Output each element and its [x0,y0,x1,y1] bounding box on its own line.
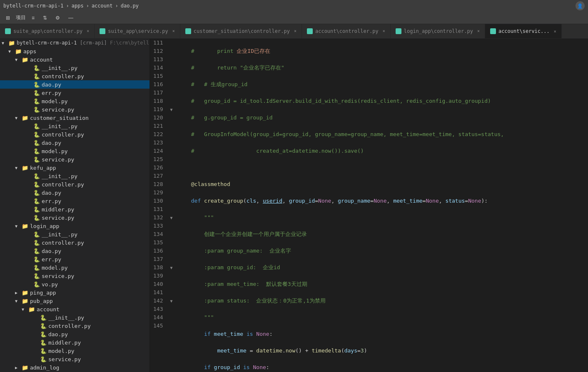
ln-113: 113 [153,55,163,64]
tree-pub-account[interactable]: ▼ 📁 account [0,305,149,313]
toolbar-btn-list[interactable]: ≡ [29,14,37,22]
tree-kefu-service[interactable]: 🐍 service.py [0,213,149,222]
tree-account-init[interactable]: 🐍 __init__.py [0,64,149,72]
ln-121: 121 [153,122,163,130]
tree-pub[interactable]: ▼ 📁 pub_app [0,297,149,305]
tree-kefu-dao[interactable]: 🐍 dao.py [0,188,149,197]
tree-account-controller[interactable]: 🐍 controller.py [0,72,149,80]
tree-login[interactable]: ▼ 📁 login_app [0,222,149,230]
tree-kefu-controller[interactable]: 🐍 controller.py [0,180,149,188]
tree-kefu-init[interactable]: 🐍 __init__.py [0,172,149,180]
apps-label: apps [23,48,36,55]
tab-close-account-service[interactable]: × [554,29,556,34]
code-line-128: meet_time = datetime.now() + timedelta(d… [178,347,585,355]
tab-close-account-controller[interactable]: × [383,29,385,33]
init-icon: 🐍 [33,64,40,71]
code-editor[interactable]: # print 企业ID已存在 # return "企业名字已存在" # # 生… [174,39,588,372]
toolbar-btn-settings[interactable]: ⚙ [53,14,62,22]
tree-login-controller[interactable]: 🐍 controller.py [0,238,149,247]
tree-pub-account-controller[interactable]: 🐍 controller.py [0,322,149,330]
tab-customer-controller[interactable]: customer_situation\controller.py × [180,24,302,38]
km-label: middler.py [42,206,74,213]
tree-customer-model[interactable]: 🐍 model.py [0,147,149,155]
tree-account-dao[interactable]: 🐍 dao.py [0,80,149,89]
ping-label: ping_app [30,290,56,296]
tree-login-err[interactable]: 🐍 err.py [0,255,149,263]
fold-137 [168,255,174,263]
tab-account-controller[interactable]: account\controller.py × [302,24,391,38]
code-line-123: :param group_id: 企业id [178,263,585,272]
tree-customer[interactable]: ▼ 📁 customer_situation [0,114,149,122]
tree-account-model[interactable]: 🐍 model.py [0,97,149,105]
tab-close-customer-controller[interactable]: × [294,29,296,33]
tree-kefu[interactable]: ▼ 📁 kefu_app [0,164,149,172]
lm-label: model.py [42,265,68,271]
pub-account-folder-icon: 📁 [28,306,35,312]
tree-admin-log[interactable]: ▶ 📁 admin_log [0,363,149,372]
tree-pub-account-dao[interactable]: 🐍 dao.py [0,330,149,338]
tab-close-suite-controller[interactable]: × [87,29,89,33]
tree-pub-account-model[interactable]: 🐍 model.py [0,347,149,355]
code-line-129: if group_id is None: [178,363,585,372]
tree-login-service[interactable]: 🐍 service.py [0,272,149,280]
editor-content[interactable]: 111 112 113 114 115 116 117 118 119 120 … [150,39,588,372]
tab-login-controller[interactable]: login_app\controller.py × [391,24,485,38]
fold-138[interactable]: ▼ [168,263,174,272]
ln-119: 119 [153,105,163,114]
tab-label-suite-controller: suite_app\controller.py [13,28,82,34]
tab-suite-service[interactable]: suite_app\service.py × [95,24,180,38]
tree-customer-init[interactable]: 🐍 __init__.py [0,122,149,130]
ln-117: 117 [153,89,163,97]
lc-icon: 🐍 [33,239,40,246]
editor: 111 112 113 114 115 116 117 118 119 120 … [150,39,588,372]
title-sep3: › [115,3,118,9]
fold-132[interactable]: ▼ [168,213,174,222]
line-numbers: 111 112 113 114 115 116 117 118 119 120 … [150,39,168,372]
fold-115 [168,72,174,80]
apps-folder-icon: 📁 [15,48,22,55]
code-line-111: # print 企业ID已存在 [178,47,585,55]
fold-134 [168,230,174,238]
tree-pub-account-service[interactable]: 🐍 service.py [0,355,149,363]
tree-login-init[interactable]: 🐍 __init__.py [0,230,149,238]
fold-118 [168,97,174,105]
tab-close-login-controller[interactable]: × [477,29,480,33]
code-line-113: # # 生成group_id [178,80,585,89]
ln-135: 135 [153,238,163,247]
toolbar-btn-sort[interactable]: ⇅ [40,14,50,22]
tree-login-model[interactable]: 🐍 model.py [0,263,149,272]
tree-account-err[interactable]: 🐍 err.py [0,89,149,97]
kd-icon: 🐍 [33,189,40,196]
tab-close-suite-service[interactable]: × [172,29,175,33]
user-avatar[interactable]: 👤 [576,1,585,10]
tree-login-dao[interactable]: 🐍 dao.py [0,247,149,255]
tree-pub-account-middler[interactable]: 🐍 middler.py [0,338,149,347]
ln-137: 137 [153,255,163,263]
toolbar-btn-collapse[interactable]: — [66,14,76,22]
toolbar: ⊞ 项目 ≡ ⇅ ⚙ — [0,12,588,24]
sidebar: ▼ 📁 bytell-crm-crm-api-1 [crm-api] F:\cr… [0,39,150,372]
tree-pub-account-init[interactable]: 🐍 __init__.py [0,313,149,322]
tree-root[interactable]: ▼ 📁 bytell-crm-crm-api-1 [crm-api] F:\cr… [0,39,149,47]
tree-kefu-err[interactable]: 🐍 err.py [0,197,149,205]
tree-kefu-middler[interactable]: 🐍 middler.py [0,205,149,213]
tree-customer-dao[interactable]: 🐍 dao.py [0,139,149,147]
tree-account-service[interactable]: 🐍 service.py [0,105,149,114]
fold-142[interactable]: ▼ [168,297,174,305]
title-sep1: › [66,3,69,9]
tree-ping[interactable]: ▶ 📁 ping_app [0,288,149,297]
fold-139 [168,272,174,280]
tab-account-service[interactable]: account\servic... × [485,24,562,38]
tree-customer-service[interactable]: 🐍 service.py [0,155,149,164]
toolbar-project-toggle[interactable]: ⊞ [3,14,12,22]
fold-119[interactable]: ▼ [168,105,174,114]
tree-login-vo[interactable]: 🐍 vo.py [0,280,149,288]
tree-account[interactable]: ▼ 📁 account [0,55,149,64]
ln-138: 138 [153,263,163,272]
lc-label: controller.py [42,240,84,246]
tab-suite-controller[interactable]: suite_app\controller.py × [0,24,95,38]
ki-icon: 🐍 [33,173,40,179]
pub-account-label: account [37,306,60,312]
tree-apps[interactable]: ▼ 📁 apps [0,47,149,55]
tree-customer-controller[interactable]: 🐍 controller.py [0,130,149,139]
